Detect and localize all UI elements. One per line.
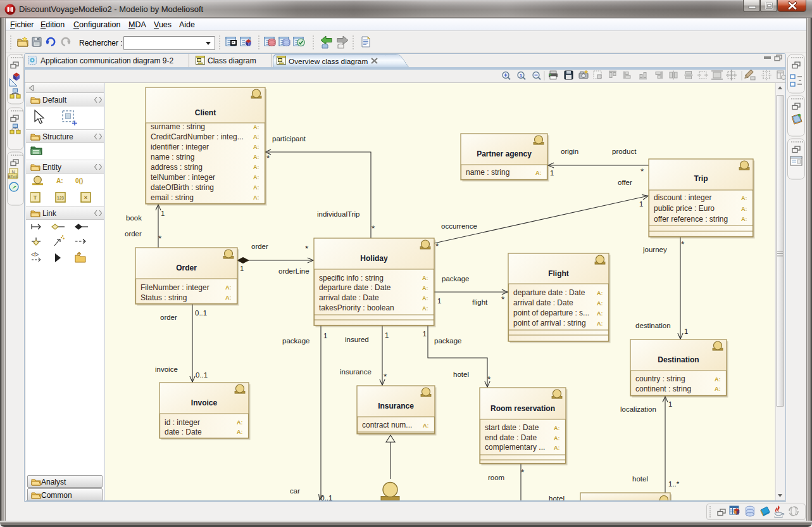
svg-text:surname : string: surname : string — [151, 122, 205, 131]
svg-text::: : — [558, 435, 560, 441]
svg-text::: : — [719, 376, 721, 383]
svg-text:T: T — [34, 194, 37, 201]
svg-text:flight: flight — [472, 298, 488, 306]
svg-text:arrival date : Date: arrival date : Date — [513, 298, 573, 307]
svg-text:1: 1 — [161, 210, 165, 217]
svg-text:point of departure : s...: point of departure : s... — [513, 308, 589, 317]
svg-text::: : — [427, 275, 428, 281]
svg-text:hotel: hotel — [549, 495, 565, 500]
svg-text::: : — [258, 134, 259, 140]
svg-text:*: * — [487, 374, 491, 384]
svg-text:Status : string: Status : string — [141, 293, 187, 302]
svg-text:telNumber : integer: telNumber : integer — [151, 173, 215, 182]
svg-text:*: * — [266, 153, 270, 163]
svg-text:*: * — [372, 224, 375, 233]
svg-text:1: 1 — [423, 330, 427, 338]
svg-text:end date : Date: end date : Date — [485, 433, 537, 442]
svg-text::: : — [558, 445, 560, 451]
svg-text:book: book — [126, 214, 142, 222]
svg-text:discount : integer: discount : integer — [654, 193, 711, 202]
svg-text:identifier : integer: identifier : integer — [151, 143, 209, 151]
svg-text::: : — [258, 184, 259, 191]
svg-text:takesPriority : boolean: takesPriority : boolean — [319, 303, 394, 312]
svg-text:123: 123 — [57, 196, 64, 200]
svg-text:start date : Date: start date : Date — [485, 423, 539, 432]
svg-text:contract num...: contract num... — [362, 421, 412, 429]
svg-text:package: package — [442, 275, 469, 283]
svg-text:1: 1 — [323, 332, 327, 340]
svg-text:email : string: email : string — [151, 193, 194, 202]
svg-text::: : — [230, 295, 232, 301]
svg-text::: : — [427, 285, 428, 291]
svg-text:*: * — [681, 239, 685, 249]
svg-text:0..1: 0..1 — [196, 371, 208, 379]
svg-text:1: 1 — [668, 400, 672, 408]
svg-text:insurance: insurance — [340, 368, 372, 376]
svg-text:Holiday: Holiday — [360, 254, 388, 263]
svg-text::: : — [601, 300, 603, 307]
svg-text:participant: participant — [272, 135, 306, 143]
svg-text:date : Date: date : Date — [165, 428, 202, 436]
svg-text::: : — [427, 295, 428, 302]
svg-text:1: 1 — [684, 327, 688, 335]
svg-text:room: room — [488, 474, 504, 481]
svg-text:Flight: Flight — [548, 269, 569, 278]
svg-text:destination: destination — [635, 322, 671, 329]
svg-text:×: × — [84, 194, 87, 201]
svg-text:dateOfBirth : string: dateOfBirth : string — [151, 183, 214, 192]
svg-text:*: * — [158, 234, 162, 243]
svg-text:1..*: 1..* — [668, 480, 680, 488]
svg-text:order: order — [251, 243, 268, 250]
svg-text:Invoice: Invoice — [191, 398, 218, 407]
svg-text:*: * — [521, 467, 525, 477]
svg-text:id : integer: id : integer — [165, 418, 200, 427]
svg-text:hotel: hotel — [632, 475, 648, 483]
svg-text:name : string: name : string — [466, 168, 509, 177]
svg-text::: : — [601, 321, 603, 327]
svg-text:address : string: address : string — [151, 163, 203, 172]
svg-text:individualTrip: individualTrip — [317, 210, 359, 218]
svg-text::: : — [241, 429, 243, 435]
svg-text:public price : Euro: public price : Euro — [654, 204, 715, 213]
svg-text:0..1: 0..1 — [195, 309, 207, 317]
svg-text::: : — [540, 170, 542, 176]
svg-text::: : — [719, 386, 721, 392]
svg-text::: : — [746, 216, 747, 222]
svg-text:orderLine: orderLine — [278, 267, 309, 275]
svg-text::: : — [601, 290, 603, 296]
svg-text:1: 1 — [550, 169, 554, 177]
svg-text::: : — [558, 425, 560, 431]
svg-text:*: * — [435, 241, 439, 251]
svg-text::: : — [746, 195, 747, 201]
svg-text:product: product — [612, 148, 637, 155]
svg-text::: : — [427, 305, 428, 312]
svg-text:FileNumber : integer: FileNumber : integer — [141, 283, 209, 292]
svg-text::: : — [746, 206, 747, 212]
svg-text:A:: A: — [56, 177, 63, 184]
svg-text:complementary ...: complementary ... — [485, 443, 545, 452]
svg-text:Trip: Trip — [694, 174, 708, 183]
svg-text:CreditCardNumber : integ...: CreditCardNumber : integ... — [151, 132, 244, 141]
svg-text:journey: journey — [642, 246, 667, 253]
svg-text:order: order — [125, 230, 142, 238]
svg-text:Room reservation: Room reservation — [490, 404, 555, 413]
svg-text::: : — [258, 154, 259, 160]
svg-text:1: 1 — [385, 331, 389, 339]
svg-text:*: * — [305, 244, 309, 253]
svg-text:name : string: name : string — [151, 153, 194, 162]
svg-text::: : — [427, 422, 429, 429]
svg-text::: : — [258, 144, 259, 150]
svg-text:offer: offer — [618, 179, 632, 186]
svg-text:continent : string: continent : string — [635, 384, 691, 393]
svg-text:departure date : Date: departure date : Date — [319, 283, 391, 292]
svg-text:arrival date : Date: arrival date : Date — [319, 293, 379, 302]
svg-text:offer reference : string: offer reference : string — [654, 215, 728, 224]
svg-text:<f>: <f> — [31, 251, 39, 258]
svg-text:origin: origin — [561, 148, 578, 155]
svg-text:package: package — [282, 337, 309, 345]
svg-text::: : — [258, 174, 259, 181]
svg-text:*: * — [501, 295, 505, 304]
svg-text:hotel: hotel — [453, 371, 469, 378]
svg-text:occurrence: occurrence — [441, 222, 477, 230]
svg-text::: : — [258, 194, 259, 201]
